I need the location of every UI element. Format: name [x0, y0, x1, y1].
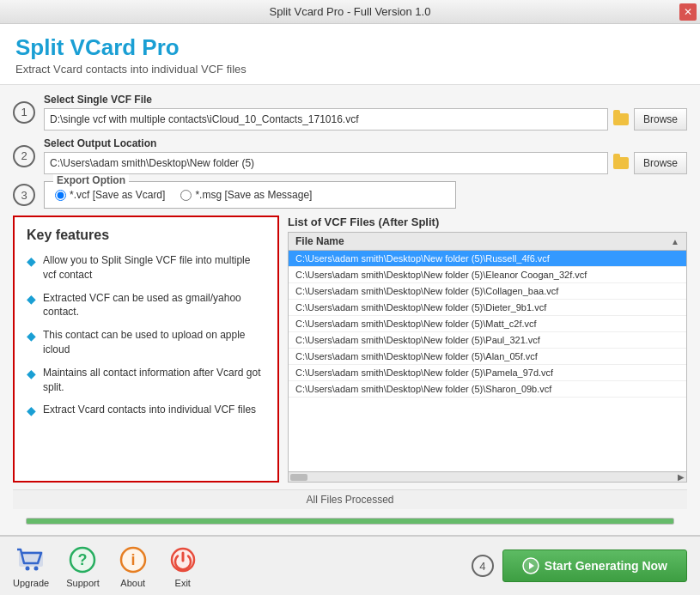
diamond-icon-2: ◆ — [27, 291, 36, 308]
list-item[interactable]: C:\Users\adam smith\Desktop\New folder (… — [289, 300, 686, 316]
feature-text-5: Extract Vcard contacts into individual V… — [43, 403, 256, 417]
scroll-up-icon[interactable]: ▲ — [671, 237, 679, 246]
export-vcf-label: *.vcf [Save as Vcard] — [70, 189, 165, 201]
step3-row: 3 Export Option *.vcf [Save as Vcard] *.… — [13, 181, 687, 209]
list-item[interactable]: C:\Users\adam smith\Desktop\New folder (… — [289, 332, 686, 349]
diamond-icon-4: ◆ — [27, 366, 36, 383]
key-features-panel: Key features ◆ Allow you to Split Single… — [13, 216, 279, 483]
feature-text-4: Maintains all contact information after … — [43, 366, 265, 395]
export-msg-option[interactable]: *.msg [Save as Message] — [180, 189, 312, 201]
step2-input-row: Browse — [44, 152, 687, 174]
list-item[interactable]: C:\Users\adam smith\Desktop\New folder (… — [289, 381, 686, 398]
feature-text-2: Extracted VCF can be used as gmail/yahoo… — [43, 291, 265, 320]
close-button[interactable]: ✕ — [679, 3, 697, 21]
feature-item-4: ◆ Maintains all contact information afte… — [27, 366, 265, 395]
start-generating-button[interactable]: Start Generating Now — [502, 549, 687, 582]
output-location-input[interactable] — [44, 152, 608, 174]
support-icon: ? — [66, 543, 99, 576]
app-subtitle: Extract Vcard contacts into individual V… — [15, 63, 685, 76]
footer: Upgrade ? Support i — [0, 535, 700, 595]
progress-area — [13, 516, 687, 526]
feature-item-3: ◆ This contact can be used to upload on … — [27, 328, 265, 357]
start-label: Start Generating Now — [545, 559, 667, 573]
feature-text-3: This contact can be used to upload on ap… — [43, 328, 265, 357]
folder-icon-2 — [613, 157, 629, 169]
key-features-title: Key features — [27, 228, 265, 243]
step3-circle: 3 — [13, 184, 35, 206]
diamond-icon-1: ◆ — [27, 253, 36, 270]
scrollbar-thumb[interactable] — [290, 474, 307, 481]
list-item[interactable]: C:\Users\adam smith\Desktop\New folder (… — [289, 316, 686, 332]
split-area: Key features ◆ Allow you to Split Single… — [13, 216, 687, 483]
about-icon: i — [117, 543, 149, 576]
upgrade-button[interactable]: Upgrade — [13, 543, 49, 588]
browse-button-2[interactable]: Browse — [634, 152, 687, 174]
browse-button-1[interactable]: Browse — [634, 108, 687, 131]
list-item[interactable]: C:\Users\adam smith\Desktop\New folder (… — [289, 365, 686, 381]
export-vcf-radio[interactable] — [55, 190, 66, 201]
diamond-icon-5: ◆ — [27, 403, 36, 420]
footer-left: Upgrade ? Support i — [13, 543, 199, 588]
step1-circle: 1 — [13, 101, 35, 124]
footer-right: 4 Start Generating Now — [472, 549, 687, 582]
progress-bar — [26, 518, 674, 525]
cart-icon — [15, 543, 47, 576]
step2-label: Select Output Location — [44, 137, 687, 149]
support-label: Support — [66, 578, 100, 588]
svg-point-2 — [34, 567, 39, 571]
step1-input-row: Browse — [44, 108, 687, 131]
start-icon — [522, 557, 539, 574]
content-area: 1 Select Single VCF File Browse 2 Select… — [0, 85, 700, 535]
power-icon — [167, 543, 199, 576]
about-label: About — [120, 578, 145, 588]
file-list-container[interactable]: File Name ▲ C:\Users\adam smith\Desktop\… — [288, 232, 687, 483]
step1-row: 1 Select Single VCF File Browse — [13, 94, 687, 131]
diamond-icon-3: ◆ — [27, 328, 36, 345]
feature-item-1: ◆ Allow you to Split Single VCF file int… — [27, 253, 265, 282]
export-radio-group: *.vcf [Save as Vcard] *.msg [Save as Mes… — [55, 189, 445, 201]
feature-item-5: ◆ Extract Vcard contacts into individual… — [27, 403, 265, 420]
step1-content: Select Single VCF File Browse — [44, 94, 687, 131]
horizontal-scrollbar[interactable]: ▶ — [289, 471, 686, 482]
list-item[interactable]: C:\Users\adam smith\Desktop\New folder (… — [289, 349, 686, 365]
step2-circle: 2 — [13, 145, 35, 167]
title-bar: Split Vcard Pro - Full Version 1.0 ✕ — [0, 0, 700, 24]
feature-item-2: ◆ Extracted VCF can be used as gmail/yah… — [27, 291, 265, 320]
progress-fill — [27, 519, 673, 524]
file-list-title: List of VCF Files (After Split) — [288, 216, 687, 228]
svg-text:i: i — [131, 551, 135, 568]
scroll-right-icon[interactable]: ▶ — [678, 472, 685, 482]
list-item[interactable]: C:\Users\adam smith\Desktop\New folder (… — [289, 251, 686, 267]
export-option-box: Export Option *.vcf [Save as Vcard] *.ms… — [44, 181, 456, 209]
vcf-file-input[interactable] — [44, 108, 608, 131]
app-title: Split VCard Pro — [15, 34, 685, 61]
feature-text-1: Allow you to Split Single VCF file into … — [43, 253, 265, 282]
list-item[interactable]: C:\Users\adam smith\Desktop\New folder (… — [289, 283, 686, 300]
export-legend: Export Option — [53, 174, 129, 186]
main-window: Split VCard Pro Extract Vcard contacts i… — [0, 24, 700, 595]
step4-circle: 4 — [472, 555, 494, 577]
exit-button[interactable]: Exit — [167, 543, 199, 588]
step2-row: 2 Select Output Location Browse — [13, 137, 687, 174]
header: Split VCard Pro Extract Vcard contacts i… — [0, 24, 700, 85]
export-msg-radio[interactable] — [180, 190, 192, 201]
file-list-scroll[interactable]: C:\Users\adam smith\Desktop\New folder (… — [289, 251, 686, 471]
upgrade-label: Upgrade — [13, 578, 49, 588]
title-bar-text: Split Vcard Pro - Full Version 1.0 — [270, 5, 431, 18]
step2-content: Select Output Location Browse — [44, 137, 687, 174]
svg-text:?: ? — [78, 551, 88, 568]
support-button[interactable]: ? Support — [66, 543, 100, 588]
exit-label: Exit — [175, 578, 191, 588]
list-item[interactable]: C:\Users\adam smith\Desktop\New folder (… — [289, 267, 686, 283]
status-bar: All Files Processed — [13, 489, 687, 509]
step1-label: Select Single VCF File — [44, 94, 687, 106]
file-list-header: File Name ▲ — [289, 233, 686, 251]
folder-icon-1 — [613, 113, 629, 125]
export-vcf-option[interactable]: *.vcf [Save as Vcard] — [55, 189, 165, 201]
about-button[interactable]: i About — [117, 543, 149, 588]
file-list-area: List of VCF Files (After Split) File Nam… — [288, 216, 687, 483]
svg-point-1 — [26, 567, 30, 571]
export-msg-label: *.msg [Save as Message] — [195, 189, 312, 201]
